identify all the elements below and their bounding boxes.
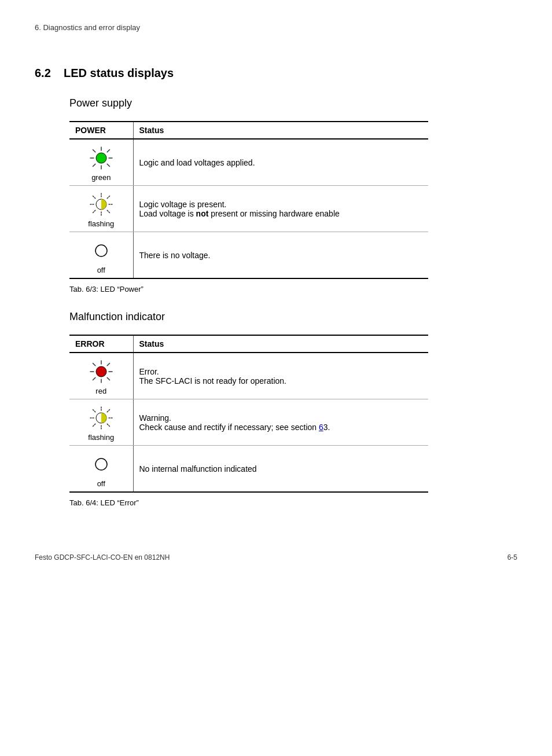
svg-point-8 <box>96 153 106 163</box>
power-status-3: There is no voltage. <box>133 232 428 279</box>
footer: Festo GDCP-SFC-LACI-CO-EN en 0812NH 6-5 <box>35 553 517 562</box>
svg-line-6 <box>107 150 109 152</box>
led-label-flashing-power: flashing <box>88 219 114 228</box>
power-status-header: Status <box>133 122 428 139</box>
power-table: POWER Status <box>69 121 428 279</box>
power-status-2: Logic voltage is present. Load voltage i… <box>133 186 428 232</box>
table-row: green Logic and load voltages applied. <box>69 139 428 186</box>
svg-point-37 <box>95 458 107 470</box>
power-led-cell-3: off <box>69 232 133 279</box>
led-label-flashing-error: flashing <box>88 433 114 442</box>
malfunction-title: Malfunction indicator <box>69 311 517 323</box>
svg-point-27 <box>96 366 106 377</box>
green-sun-icon <box>89 145 114 171</box>
error-col-header: ERROR <box>69 335 133 353</box>
power-supply-title: Power supply <box>69 97 517 109</box>
svg-line-25 <box>107 364 109 366</box>
breadcrumb: 6. Diagnostics and error display <box>35 23 517 32</box>
footer-right: 6-5 <box>507 553 517 562</box>
off-circle-icon-error <box>89 452 114 477</box>
power-led-cell-2: flashing <box>69 186 133 232</box>
led-label-off-error: off <box>97 479 105 488</box>
table-row: off No internal malfunction indicated <box>69 446 428 493</box>
svg-line-5 <box>107 164 109 166</box>
error-led-cell-3: off <box>69 446 133 493</box>
malfunction-section: Malfunction indicator ERROR Status <box>35 311 517 507</box>
table-row: off There is no voltage. <box>69 232 428 279</box>
svg-line-24 <box>107 377 109 380</box>
power-table-caption: Tab. 6/3: LED “Power” <box>69 285 517 293</box>
led-label-red: red <box>95 387 106 395</box>
svg-line-26 <box>93 377 95 380</box>
led-label-off-power: off <box>97 266 105 274</box>
table-row: red Error. The SFC-LACI is not ready for… <box>69 353 428 399</box>
error-status-3: No internal malfunction indicated <box>133 446 428 493</box>
error-status-1: Error. The SFC-LACI is not ready for ope… <box>133 353 428 399</box>
svg-line-35 <box>93 424 95 426</box>
table-row: flashing Logic voltage is present. Load … <box>69 186 428 232</box>
power-supply-section: Power supply POWER Status <box>35 97 517 293</box>
svg-line-14 <box>107 210 109 212</box>
svg-line-15 <box>107 196 109 199</box>
svg-line-32 <box>93 410 95 412</box>
table-row: flashing Warning. Check cause and rectif… <box>69 399 428 446</box>
svg-line-23 <box>93 364 95 366</box>
svg-line-34 <box>107 410 109 412</box>
error-table: ERROR Status <box>69 335 428 493</box>
power-status-1: Logic and load voltages applied. <box>133 139 428 186</box>
led-label-green: green <box>91 173 111 182</box>
svg-line-13 <box>93 196 95 199</box>
section-link[interactable]: 6 <box>319 423 323 432</box>
svg-line-33 <box>107 424 109 426</box>
power-led-cell-1: green <box>69 139 133 186</box>
svg-point-18 <box>95 245 107 256</box>
footer-left: Festo GDCP-SFC-LACI-CO-EN en 0812NH <box>35 553 170 562</box>
power-col-header: POWER <box>69 122 133 139</box>
svg-line-4 <box>93 150 95 152</box>
error-status-2: Warning. Check cause and rectify if nece… <box>133 399 428 446</box>
section-title: 6.2 LED status displays <box>35 67 517 80</box>
error-led-cell-2: flashing <box>69 399 133 446</box>
red-sun-icon <box>89 359 114 384</box>
error-status-header: Status <box>133 335 428 353</box>
svg-line-16 <box>93 210 95 212</box>
error-table-caption: Tab. 6/4: LED “Error” <box>69 498 517 507</box>
off-circle-icon-power <box>89 238 114 263</box>
svg-line-7 <box>93 164 95 166</box>
yellow-flashing-sun-icon-error <box>89 405 114 431</box>
error-led-cell-1: red <box>69 353 133 399</box>
yellow-flashing-sun-icon <box>89 192 114 217</box>
